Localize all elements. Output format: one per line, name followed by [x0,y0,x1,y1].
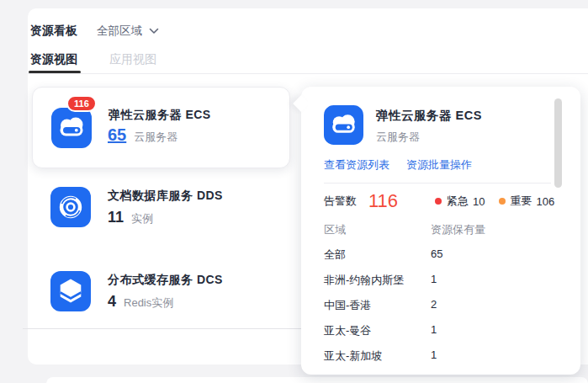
critical-count: 10 [473,195,485,208]
severity-major: 重要 106 [499,194,555,209]
region-count: 2 [431,298,437,311]
region-selector-value: 全部区域 [97,24,142,39]
alarm-summary-row: 告警数 116 紧急 10 重要 106 [324,189,554,213]
region-name: 亚太-曼谷 [324,324,371,337]
view-resource-list-link[interactable]: 查看资源列表 [324,157,389,173]
tabs-divider [28,73,588,74]
ecs-detail-popup: 弹性云服务器 ECS 云服务器 查看资源列表 资源批量操作 告警数 116 紧急… [301,87,580,375]
region-count: 1 [431,273,437,285]
popup-scrollbar[interactable] [554,98,562,188]
dcs-count-unit: Redis实例 [124,295,173,311]
table-row: 中国-香港 2 [324,298,559,313]
table-row: 非洲-约翰内斯堡 1 [324,273,559,288]
region-count: 65 [431,247,442,260]
region-count: 1 [431,323,437,336]
dds-count-unit: 实例 [131,211,153,226]
card-dds[interactable]: 文档数据库服务 DDS 11 实例 [32,181,290,248]
region-selector[interactable]: 全部区域 [97,24,159,39]
popup-subtitle: 云服务器 [376,130,420,145]
table-row: 亚太-新加坡 1 [324,348,559,364]
alarm-count-value: 116 [368,190,398,212]
tab-application-view[interactable]: 应用视图 [109,52,156,67]
major-count: 106 [537,195,555,208]
major-dot-icon [499,198,506,205]
table-row: 全部 65 [324,247,559,263]
region-count: 1 [431,348,437,361]
region-table-header: 区域 资源保有量 [324,222,559,237]
region-name: 亚太-新加坡 [324,349,382,362]
region-name: 非洲-约翰内斯堡 [324,274,404,286]
dcs-hexagon-icon [50,271,91,311]
dcs-count: 4 [108,293,116,311]
ecs-count-link[interactable]: 65 [108,125,126,145]
resource-batch-operation-link[interactable]: 资源批量操作 [406,157,472,173]
dds-swirl-icon [50,187,91,227]
next-section-panel [46,377,588,383]
popup-title: 弹性云服务器 ECS [376,108,482,124]
critical-dot-icon [435,198,442,205]
card-ecs[interactable]: 116 弹性云服务器 ECS 65 云服务器 [32,87,290,168]
region-name: 全部 [324,248,346,261]
ecs-cloud-server-icon [324,105,363,145]
table-row: 亚太-曼谷 1 [324,323,559,338]
major-label: 重要 [511,194,532,209]
card-title-dcs: 分布式缓存服务 DCS [108,273,223,288]
region-name: 中国-香港 [324,299,371,311]
holdings-column-header: 资源保有量 [431,222,485,237]
card-title-dds: 文档数据库服务 DDS [108,189,223,204]
severity-critical: 紧急 10 [435,194,485,209]
popup-divider [324,183,551,184]
alarm-count-label: 告警数 [324,194,357,209]
resource-dashboard-screen: 资源看板 全部区域 资源视图 应用视图 116 弹性云服务器 ECS [0,0,588,383]
card-title-ecs: 弹性云服务器 ECS [109,108,211,123]
card-dcs[interactable]: 分布式缓存服务 DCS 4 Redis实例 [32,265,290,332]
alarm-count-badge: 116 [66,95,97,112]
region-column-header: 区域 [324,223,346,236]
ecs-count-unit: 云服务器 [134,130,177,145]
critical-label: 紧急 [447,194,469,209]
page-title: 资源看板 [30,24,77,39]
dds-count: 11 [108,209,124,226]
tab-resource-view[interactable]: 资源视图 [30,52,77,67]
chevron-down-icon [149,28,159,35]
ecs-cloud-server-icon [51,108,92,148]
